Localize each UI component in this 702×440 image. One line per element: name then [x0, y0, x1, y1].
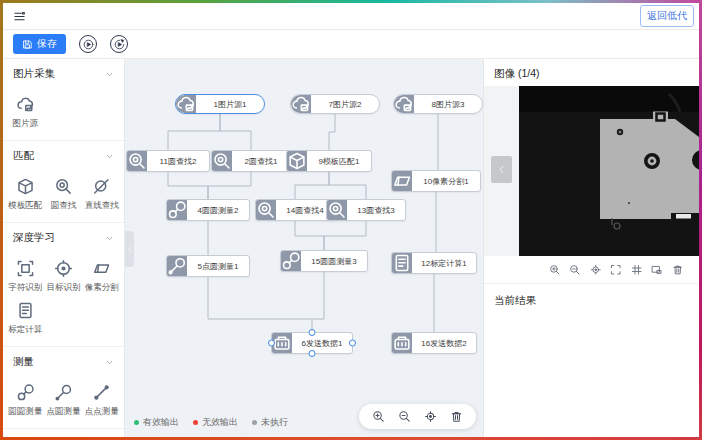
sidebar-item-label: 点点测量 — [85, 406, 119, 418]
current-result-title: 当前结果 — [484, 284, 699, 318]
sidebar-item[interactable]: 模板匹配 — [6, 177, 44, 212]
section-header[interactable]: 通信 — [3, 434, 124, 438]
flow-node-11[interactable]: 11圆查找2 — [126, 150, 210, 172]
zoom-in-icon — [372, 410, 385, 423]
sidebar-item[interactable]: 圆圆测量 — [6, 383, 44, 418]
sidebar-item-label: 像素分割 — [85, 282, 119, 294]
target-detect-icon — [54, 259, 73, 278]
run-icon — [83, 39, 94, 50]
flow-node-label: 4圆圆测量2 — [187, 200, 249, 220]
run-once-button[interactable] — [110, 35, 128, 53]
flow-node-6[interactable]: 6发送数据1 — [271, 332, 353, 354]
trash-icon — [450, 410, 463, 423]
node-port[interactable] — [349, 340, 356, 347]
sidebar-item[interactable]: 点圆测量 — [44, 383, 82, 418]
image-source-icon — [176, 95, 196, 113]
calibration-icon — [392, 253, 412, 273]
fullscreen-button[interactable] — [610, 264, 622, 276]
sidebar-item[interactable]: 目标识别 — [44, 259, 82, 294]
ocr-icon — [16, 259, 35, 278]
trash-button[interactable] — [672, 264, 684, 276]
flow-node-13[interactable]: 13圆查找3 — [326, 199, 406, 221]
sidebar-item[interactable]: 标定计算 — [6, 301, 44, 336]
flow-node-label: 5点圆测量1 — [187, 256, 249, 276]
sidebar-item[interactable]: 字符识别 — [6, 259, 44, 294]
point-circle-measure-icon — [167, 256, 187, 276]
flow-node-12[interactable]: 12标定计算1 — [391, 252, 477, 274]
locate-icon — [424, 410, 437, 423]
zoom-out-icon — [569, 264, 581, 276]
section-header[interactable]: 匹配 — [3, 146, 124, 166]
locate-button[interactable] — [590, 264, 602, 276]
flow-node-14[interactable]: 14圆查找4 — [255, 199, 335, 221]
zoom-out-button[interactable] — [569, 264, 581, 276]
node-port[interactable] — [309, 350, 316, 357]
sidebar-item-label: 圆查找 — [51, 200, 77, 212]
flow-node-10[interactable]: 10像素分割1 — [391, 170, 481, 192]
save-button-label: 保存 — [37, 37, 57, 51]
image-viewer — [484, 86, 699, 256]
section-header[interactable]: 深度学习 — [3, 228, 124, 248]
zoom-in-button[interactable] — [549, 264, 561, 276]
compare-button[interactable] — [651, 264, 663, 276]
flow-node-16[interactable]: 16发送数据2 — [391, 332, 477, 354]
chevron-down-icon — [105, 358, 114, 367]
flow-node-label: 16发送数据2 — [412, 333, 476, 353]
node-port[interactable] — [268, 340, 275, 347]
flow-node-5[interactable]: 5点圆测量1 — [166, 255, 250, 277]
zoom-out-button[interactable] — [398, 410, 411, 423]
flow-edge — [168, 114, 220, 150]
flow-node-8[interactable]: 8图片源3 — [393, 94, 483, 114]
status-legend: 有效输出无效输出未执行 — [134, 416, 288, 429]
flow-node-label: 13圆查找3 — [347, 200, 405, 220]
circle-find-icon — [54, 177, 73, 196]
flow-edge — [208, 277, 312, 332]
legend-label: 未执行 — [261, 416, 288, 429]
point-circle-measure-icon — [54, 383, 73, 402]
sidebar-item[interactable]: 点点测量 — [83, 383, 121, 418]
sidebar-item[interactable]: 直线查找 — [83, 177, 121, 212]
flow-node-label: 2圆查找1 — [232, 151, 290, 171]
node-port[interactable] — [309, 329, 316, 336]
sidebar-section: 匹配模板匹配圆查找直线查找 — [3, 141, 124, 223]
save-icon — [22, 39, 33, 50]
flow-canvas[interactable]: 1图片源17图片源28图片源311圆查找22圆查找19模板匹配110像素分割14… — [125, 59, 483, 438]
trash-button[interactable] — [450, 410, 463, 423]
fullscreen-icon — [610, 264, 622, 276]
sidebar: 图片采集图片源匹配模板匹配圆查找直线查找深度学习字符识别目标识别像素分割标定计算… — [3, 59, 125, 438]
circle-circle-measure-icon — [167, 200, 187, 220]
prev-image-button[interactable] — [491, 156, 512, 183]
run-button[interactable] — [79, 35, 97, 53]
sidebar-item[interactable]: 像素分割 — [83, 259, 121, 294]
flow-node-label: 6发送数据1 — [292, 333, 352, 353]
compare-icon — [651, 264, 663, 276]
back-to-lowcode-button[interactable]: 返回低代 — [640, 5, 694, 27]
sidebar-item-label: 目标识别 — [46, 282, 80, 294]
flow-node-label: 9模板匹配1 — [307, 151, 371, 171]
flow-node-1[interactable]: 1图片源1 — [175, 94, 265, 114]
topbar: 返回低代 — [3, 3, 699, 30]
sidebar-item[interactable]: 圆查找 — [44, 177, 82, 212]
image-source-icon — [394, 95, 414, 113]
save-button[interactable]: 保存 — [13, 34, 66, 54]
flow-node-label: 1图片源1 — [196, 95, 264, 113]
sidebar-section: 测量圆圆测量点圆测量点点测量 — [3, 347, 124, 429]
locate-button[interactable] — [424, 410, 437, 423]
flow-node-2[interactable]: 2圆查找1 — [211, 150, 291, 172]
menu-button[interactable] — [11, 8, 28, 25]
zoom-in-button[interactable] — [372, 410, 385, 423]
section-header[interactable]: 图片采集 — [3, 64, 124, 84]
grid-button[interactable] — [631, 264, 643, 276]
section-header[interactable]: 测量 — [3, 352, 124, 372]
main-row: 图片采集图片源匹配模板匹配圆查找直线查找深度学习字符识别目标识别像素分割标定计算… — [3, 59, 699, 438]
sidebar-section: 通信 — [3, 429, 124, 438]
sidebar-item[interactable]: 图片源 — [6, 95, 44, 130]
flow-node-9[interactable]: 9模板匹配1 — [286, 150, 372, 172]
sidebar-item-label: 圆圆测量 — [8, 406, 42, 418]
flow-node-7[interactable]: 7图片源2 — [290, 94, 380, 114]
flow-node-4[interactable]: 4圆圆测量2 — [166, 199, 250, 221]
sidebar-collapse-handle[interactable] — [125, 231, 134, 267]
image-panel: 图像 (1/4) — [483, 59, 699, 438]
flow-node-15[interactable]: 15圆圆测量3 — [280, 250, 368, 272]
sidebar-item-label: 模板匹配 — [8, 200, 42, 212]
